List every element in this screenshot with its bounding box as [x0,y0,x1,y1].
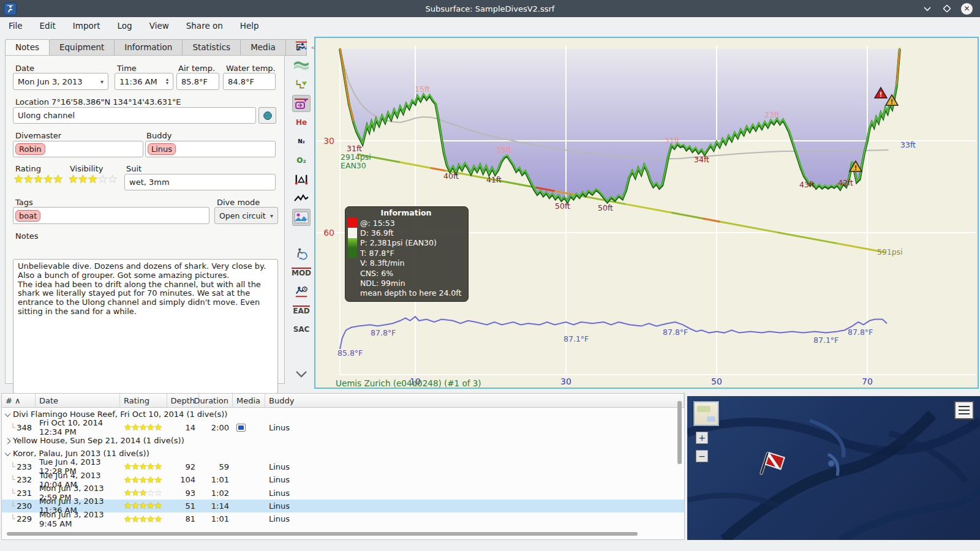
buddy-label: Buddy [146,131,172,140]
globe-button[interactable] [258,107,276,124]
menu-item-help[interactable]: Help [232,18,268,33]
ruler-icon[interactable] [292,171,311,188]
star-4[interactable]: ☆ [97,172,107,186]
dive-row-348[interactable]: └348Fri Oct 10, 2014 12:34 PM★★★★★142:00… [2,421,684,433]
dive-buddy: Linus [265,500,684,512]
menu-item-import[interactable]: Import [64,18,109,33]
gas-switch-icon[interactable] [292,245,311,262]
star-3[interactable]: ★ [88,172,97,186]
heartrate-icon[interactable] [292,190,311,207]
dive-row-229[interactable]: └229Mon Jun 3, 2013 9:45 AM★★★★★811:01Li… [2,512,684,525]
mod-icon[interactable]: MOD [292,264,311,281]
expand-icon[interactable] [5,438,11,444]
dive-media [233,486,265,499]
svg-text:50ft: 50ft [598,203,613,212]
dive-duration: 59 [199,460,233,473]
star-2[interactable]: ★ [23,172,33,186]
minimap-thumbnail[interactable] [693,401,719,426]
column-header-num[interactable]: # ∧ [2,394,36,407]
dive-flag-marker[interactable] [755,449,786,481]
tab-statistics[interactable]: Statistics [183,39,241,56]
notes-textarea[interactable]: Unbelievable dive. Dozens and dozens of … [13,259,278,394]
buddy-input[interactable]: Linus [145,141,276,157]
rating-stars[interactable]: ★★★★★ [13,172,62,186]
dive-buddy: Linus [265,486,684,499]
diver-marker-icon[interactable] [292,38,311,55]
buddy-chip[interactable]: Linus [148,143,176,155]
menu-item-file[interactable]: File [0,18,31,33]
dive-media [233,421,265,433]
star-2[interactable]: ★ [78,172,88,186]
dive-number: 229 [17,514,32,523]
star-5[interactable]: ☆ [107,172,117,186]
map-menu-button[interactable] [954,401,974,419]
trip-row[interactable]: Yellow House, Sun Sep 21, 2014 (1 dive(s… [2,434,684,447]
dive-profile-chart[interactable]: 30601030507015ft31ft2914psiEAN3040ft41ft… [314,37,979,389]
oxygen-icon[interactable]: O₂ [292,152,311,169]
waves-icon[interactable] [292,57,311,74]
tab-notes[interactable]: Notes [5,39,50,56]
svg-text:!: ! [880,91,883,98]
ceiling-icon[interactable] [292,76,311,93]
star-1[interactable]: ★ [13,172,23,186]
column-header-date[interactable]: Date [36,394,120,407]
star-4[interactable]: ★ [43,172,53,186]
trip-label: Yellow House, Sun Sep 21, 2014 (1 dive(s… [13,436,184,445]
deco-time-icon[interactable] [292,283,311,300]
tab-media[interactable]: Media [241,39,286,56]
location-input[interactable]: Ulong channel [13,107,256,124]
star-1[interactable]: ★ [68,172,78,186]
divemaster-chip[interactable]: Robin [15,143,45,155]
divemode-select[interactable]: Open circuit▾ [214,207,278,224]
ead-icon[interactable]: EAD [292,302,311,319]
collapse-icon[interactable] [5,450,11,456]
close-button[interactable]: ✕ [961,3,973,15]
divemaster-input[interactable]: Robin [13,141,143,157]
column-header-rating[interactable]: Rating [120,394,167,407]
helium-icon[interactable]: He [292,114,311,131]
photos-icon[interactable] [292,209,311,226]
menu-item-edit[interactable]: Edit [31,18,64,33]
visibility-stars[interactable]: ★★★☆☆ [68,172,117,186]
menu-item-share-on[interactable]: Share on [178,18,232,33]
chevron-down-icon: ▾ [100,78,104,85]
media-icon[interactable] [236,424,246,432]
spinner-icon[interactable]: ▴▾ [166,78,168,85]
column-header-media[interactable]: Media [233,394,265,407]
dive-rating: ★★★★★ [120,460,167,473]
tags-input[interactable]: boat [13,207,209,224]
tab-information[interactable]: Information [115,39,183,56]
airtemp-input[interactable]: 85.8°F [176,73,219,90]
svg-text:87.8°F: 87.8°F [663,328,688,337]
collapse-icon[interactable] [5,411,11,417]
star-5[interactable]: ★ [53,172,62,186]
sac-icon[interactable]: SAC [292,321,311,338]
map-panel[interactable]: + − [687,396,980,540]
dive-rating: ★★★★★ [120,421,167,433]
tag-chip[interactable]: boat [15,210,40,222]
star-3[interactable]: ★ [33,172,43,186]
collapse-icon[interactable] [292,365,311,383]
suit-input[interactable]: wet, 3mm [124,174,276,190]
vertical-scrollbar[interactable] [677,401,682,464]
map-zoom-in-button[interactable]: + [696,432,708,444]
dc-ceiling-icon[interactable] [292,95,311,112]
horizontal-scrollbar[interactable] [7,532,638,536]
minimize-button[interactable] [922,3,933,14]
menu-item-view[interactable]: View [141,18,178,33]
date-input[interactable]: Mon Jun 3, 2013▾ [13,73,108,90]
window-title: Subsurface: SampleDivesV2.ssrf [0,4,980,13]
svg-text:43ft: 43ft [799,180,815,189]
svg-text:!: ! [891,99,894,105]
map-zoom-out-button[interactable]: − [696,450,708,462]
maximize-button[interactable] [941,3,952,14]
watertemp-input[interactable]: 84.8°F [223,73,276,90]
time-input[interactable]: 11:36 AM▴▾ [115,73,173,90]
column-header-duration[interactable]: Duration [199,394,233,407]
info-box: Information@: 15:53D: 36.9ftP: 2,381psi … [345,206,469,302]
tab-equipment[interactable]: Equipment [50,39,115,56]
menu-item-log[interactable]: Log [109,18,141,33]
svg-text:31ft: 31ft [347,144,362,153]
column-header-buddy[interactable]: Buddy [265,394,684,407]
nitrogen-icon[interactable]: N₂ [292,133,311,150]
